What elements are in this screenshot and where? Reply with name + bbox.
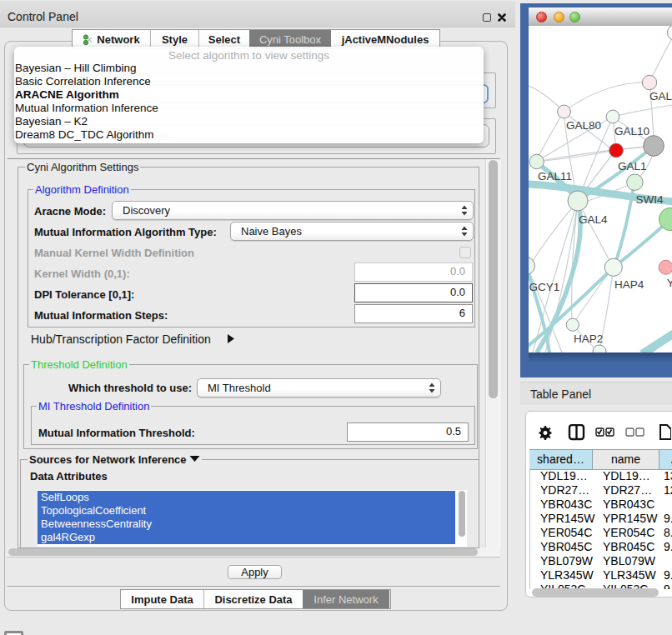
svg-text:HAP2: HAP2 [574,332,603,345]
svg-text:Y: Y [667,277,672,289]
svg-text:GAL11: GAL11 [538,170,572,182]
svg-text:GAL80: GAL80 [566,119,601,132]
svg-text:GAL1: GAL1 [618,160,647,172]
svg-text:GAL4: GAL4 [579,213,608,226]
svg-text:HAP4: HAP4 [614,278,644,291]
svg-text:GCY1: GCY1 [529,281,560,293]
svg-text:SWI4: SWI4 [635,193,663,206]
svg-text:GAL2: GAL2 [649,90,672,102]
svg-text:GAL10: GAL10 [614,125,649,138]
